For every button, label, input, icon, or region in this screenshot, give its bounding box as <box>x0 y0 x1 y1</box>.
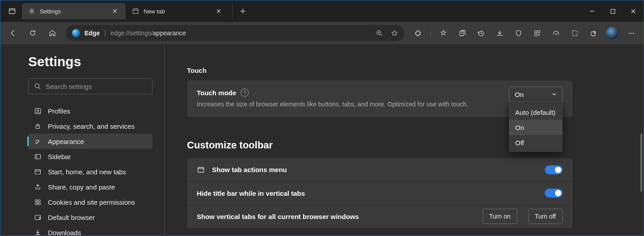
history-button[interactable] <box>472 24 490 42</box>
favorites-button[interactable] <box>434 24 452 42</box>
svg-rect-28 <box>35 154 40 159</box>
apps-icon <box>534 30 541 37</box>
back-button[interactable] <box>4 24 22 42</box>
apps-button[interactable] <box>528 24 546 42</box>
maximize-icon <box>610 9 615 14</box>
nav-label: Share, copy and paste <box>48 183 115 191</box>
address-url: edge://settings/appearance <box>110 30 186 37</box>
cookie-icon <box>34 199 42 206</box>
nav-item-cookies[interactable]: Cookies and site permissions <box>28 194 153 210</box>
dropdown-option-on[interactable]: On <box>509 120 563 135</box>
tab-newtab[interactable]: New tab ✕ <box>126 3 229 19</box>
nav-label: Downloads <box>48 229 81 236</box>
touch-mode-card: Touch mode ? Increases the size of brows… <box>187 80 572 117</box>
tracking-button[interactable] <box>509 24 527 42</box>
toggle-hide-title-bar[interactable] <box>545 189 563 198</box>
svg-point-26 <box>37 110 38 111</box>
appearance-icon <box>34 138 42 145</box>
search-icon <box>34 83 41 90</box>
search-settings-input[interactable]: Search settings <box>28 78 153 94</box>
collections-icon <box>458 30 466 37</box>
page-title: Settings <box>28 54 164 69</box>
settings-page: Settings Search settings Profiles Privac… <box>0 44 644 236</box>
svg-point-2 <box>31 10 33 12</box>
toggle-show-tab-actions[interactable] <box>545 165 563 174</box>
turn-on-button[interactable]: Turn on <box>483 209 517 224</box>
tabs-icon <box>8 8 16 15</box>
close-icon <box>631 8 636 14</box>
svg-rect-32 <box>35 200 38 202</box>
lock-icon <box>34 123 42 130</box>
nav-label: Start, home, and new tabs <box>48 168 126 176</box>
avatar-icon <box>606 27 619 39</box>
svg-rect-14 <box>538 30 540 33</box>
svg-rect-34 <box>35 202 38 205</box>
address-product: Edge <box>85 30 100 37</box>
chevron-down-icon <box>551 92 557 97</box>
help-icon[interactable]: ? <box>241 88 249 97</box>
svg-rect-3 <box>133 9 138 14</box>
collections-button[interactable] <box>453 24 471 42</box>
browser-icon <box>34 214 42 221</box>
tab-title: Settings <box>40 8 104 15</box>
nav-item-profiles[interactable]: Profiles <box>28 103 153 118</box>
screenshot-button[interactable] <box>566 24 584 42</box>
nav-item-share[interactable]: Share, copy and paste <box>28 179 153 194</box>
refresh-icon <box>29 29 37 37</box>
profile-button[interactable] <box>603 24 621 42</box>
nav-item-privacy[interactable]: Privacy, search, and services <box>28 118 153 134</box>
svg-rect-33 <box>38 200 40 202</box>
svg-rect-6 <box>611 9 615 13</box>
svg-rect-18 <box>572 31 577 36</box>
touch-mode-dropdown[interactable]: On <box>509 87 563 102</box>
performance-button[interactable] <box>547 24 565 42</box>
nav-item-start[interactable]: Start, home, and new tabs <box>28 164 153 179</box>
close-window-button[interactable] <box>623 0 644 22</box>
tab-actions-button[interactable] <box>2 2 22 20</box>
home-button[interactable] <box>43 24 61 42</box>
settings-main: Touch Touch mode ? Increases the size of… <box>165 44 644 236</box>
nav-item-default-browser[interactable]: Default browser <box>28 210 153 225</box>
svg-rect-0 <box>9 9 15 14</box>
tab-settings[interactable]: Settings ✕ <box>22 3 126 19</box>
toolbar-divider <box>430 28 431 38</box>
row-label: Show tab actions menu <box>212 166 538 173</box>
scrollbar-thumb[interactable] <box>640 134 642 192</box>
nav-item-sidebar[interactable]: Sidebar <box>28 149 153 164</box>
nav-label: Sidebar <box>48 153 71 160</box>
svg-rect-27 <box>36 126 39 128</box>
minimize-button[interactable] <box>582 0 602 22</box>
arrow-left-icon <box>9 29 17 37</box>
address-bar[interactable]: Edge | edge://settings/appearance <box>66 25 404 41</box>
svg-point-23 <box>35 84 39 88</box>
nav-label: Cookies and site permissions <box>48 198 135 206</box>
new-tab-button[interactable] <box>232 4 247 19</box>
edge-logo-icon <box>72 29 80 37</box>
extensions-button[interactable] <box>409 24 427 42</box>
zoom-icon[interactable] <box>376 30 383 37</box>
shield-icon <box>515 30 522 37</box>
gauge-icon <box>552 30 560 37</box>
refresh-button[interactable] <box>24 24 42 42</box>
settings-nav: Profiles Privacy, search, and services A… <box>0 101 164 236</box>
nav-item-downloads[interactable]: Downloads <box>28 225 153 236</box>
svg-line-8 <box>381 34 382 36</box>
downloads-button[interactable] <box>491 24 508 42</box>
download-icon <box>34 229 42 236</box>
turn-off-button[interactable]: Turn off <box>528 209 563 224</box>
download-icon <box>496 30 504 37</box>
close-icon[interactable]: ✕ <box>109 5 121 17</box>
svg-rect-37 <box>198 167 204 172</box>
more-button[interactable] <box>622 24 640 42</box>
dropdown-option-off[interactable]: Off <box>509 135 563 150</box>
dropdown-option-auto[interactable]: Auto (default) <box>509 105 563 120</box>
maximize-button[interactable] <box>602 0 623 22</box>
puzzle-icon <box>414 30 422 37</box>
share-button[interactable] <box>585 24 602 42</box>
favorite-icon[interactable] <box>391 30 398 37</box>
nav-item-appearance[interactable]: Appearance <box>28 134 153 149</box>
close-icon[interactable]: ✕ <box>212 5 225 17</box>
svg-line-17 <box>556 33 557 34</box>
share-out-icon <box>590 30 597 37</box>
home-icon <box>48 29 56 37</box>
